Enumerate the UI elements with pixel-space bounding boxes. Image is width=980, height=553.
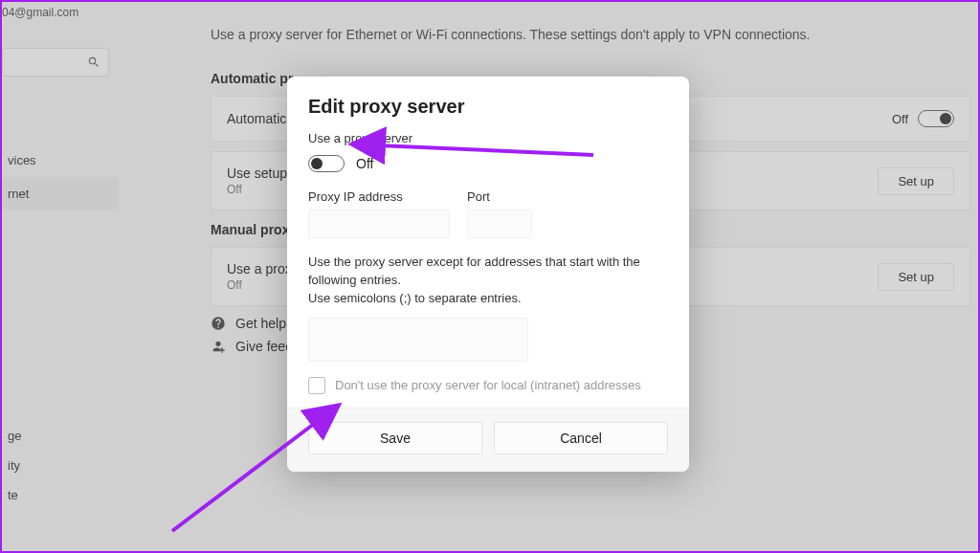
- proxy-port-label: Port: [467, 189, 532, 204]
- proxy-port-input[interactable]: [467, 210, 532, 238]
- cancel-button[interactable]: Cancel: [494, 422, 668, 454]
- exceptions-description: Use the proxy server except for addresse…: [308, 254, 668, 308]
- use-proxy-state: Off: [356, 156, 373, 171]
- save-button[interactable]: Save: [308, 422, 482, 454]
- local-bypass-checkbox[interactable]: [308, 377, 325, 394]
- dialog-title: Edit proxy server: [308, 96, 668, 118]
- exceptions-input[interactable]: [308, 318, 528, 362]
- use-proxy-label: Use a proxy server: [308, 131, 668, 145]
- use-proxy-toggle[interactable]: [308, 155, 345, 172]
- local-bypass-label: Don't use the proxy server for local (in…: [335, 378, 641, 392]
- proxy-ip-label: Proxy IP address: [308, 189, 450, 204]
- edit-proxy-dialog: Edit proxy server Use a proxy server Off…: [287, 77, 689, 472]
- proxy-ip-input[interactable]: [308, 210, 450, 238]
